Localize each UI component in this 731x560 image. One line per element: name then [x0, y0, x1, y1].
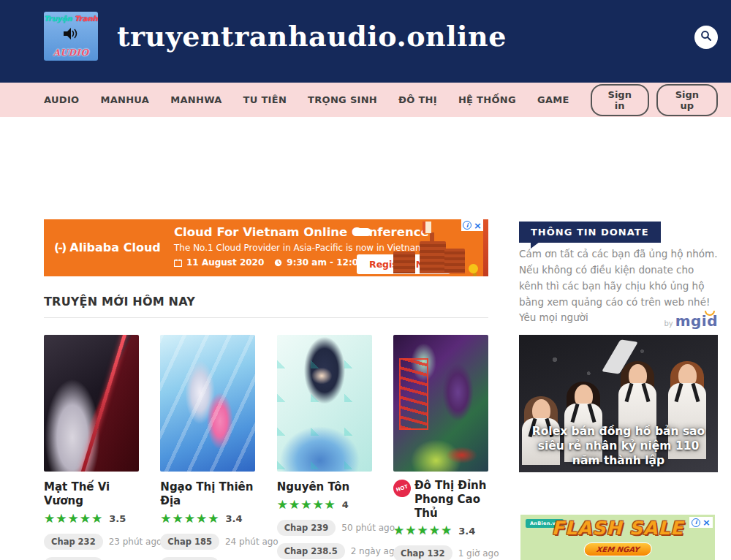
nav-item-he-thong[interactable]: HỆ THỐNG [458, 94, 516, 105]
ad-close-icon[interactable]: × [474, 221, 482, 230]
logo-word-2: Tranh [75, 15, 98, 23]
sponsored-ad-caption: Rolex bán đồng hồ bản sao siêu rẻ nhân k… [519, 424, 718, 468]
ad-subheadline: The No.1 Cloud Provider in Asia-Pacific … [174, 243, 424, 253]
chapter-row: Chap 231 05/08/2020 [44, 557, 139, 560]
star-rating: ☆☆☆☆☆ ★★★★★ 3.4 [393, 523, 488, 538]
building-illustration [393, 251, 415, 273]
mgid-logo: mgid [675, 312, 718, 330]
ad-date: 11 August 2020 [186, 257, 264, 268]
chapter-link[interactable]: Chap 184 [160, 557, 219, 560]
rating-value: 3.5 [109, 513, 126, 524]
comic-card: Mạt Thế Vi Vương ☆☆☆☆☆ ★★★★★ 3.5 Chap 23… [44, 335, 139, 560]
logo-word-1: Truyện [44, 15, 72, 23]
star-rating: ☆☆☆☆☆ ★★★★★ 4 [277, 498, 372, 512]
site-logo[interactable]: Truyện Tranh AUDIO [44, 12, 98, 61]
search-button[interactable] [694, 26, 718, 49]
comic-title[interactable]: Đô Thị Đỉnh Phong Cao Thủ [414, 479, 488, 520]
comic-cover-nguyen-ton[interactable] [277, 335, 372, 472]
comic-title[interactable]: Ngạo Thị Thiên Địa [160, 480, 255, 508]
speaker-icon [64, 28, 78, 42]
flash-sale-title: FLASH SALE [520, 518, 715, 539]
nav-item-trong-sinh[interactable]: TRỌNG SINH [308, 94, 377, 105]
ad-close-icon[interactable]: × [702, 518, 711, 527]
stars-filled: ★★★★★ [160, 512, 227, 525]
alibaba-bracket-mark: (-) [54, 241, 65, 254]
logo-text: Truyện Tranh [44, 15, 97, 23]
comic-card: HOT Đô Thị Đỉnh Phong Cao Thủ ☆☆☆☆☆ ★★★★… [393, 335, 488, 560]
alibaba-cloud-logo: (-)Alibaba Cloud [54, 241, 161, 254]
comic-title[interactable]: Nguyên Tôn [277, 480, 372, 494]
hot-badge: HOT [391, 477, 413, 499]
xem-ngay-button[interactable]: XEM NGAY [583, 542, 653, 556]
comic-cover-mat-the-vi-vuong[interactable] [44, 335, 139, 472]
star-rating: ☆☆☆☆☆ ★★★★★ 3.4 [160, 512, 255, 526]
comic-title-row: HOT Đô Thị Đỉnh Phong Cao Thủ [393, 479, 488, 520]
chapter-time: 2 ngày ago [351, 546, 400, 556]
chapter-row: Chap 132 1 giờ ago [393, 545, 488, 560]
city-illustration [393, 232, 478, 273]
chapter-time: 23 phút ago [109, 537, 162, 547]
chapter-time: 50 phút ago [341, 523, 395, 533]
chapter-time: 24 phút ago [225, 537, 279, 547]
site-title[interactable]: truyentranhaudio.online [117, 20, 507, 53]
nav-item-manhua[interactable]: MANHUA [100, 94, 149, 105]
rating-value: 3.4 [458, 526, 475, 537]
chapter-link[interactable]: Chap 238.5 [277, 543, 345, 559]
chapter-time: 1 giờ ago [458, 548, 499, 559]
ad-headline: Cloud For Vietnam Online Conference [174, 225, 429, 239]
adchoices-controls: i × [461, 219, 483, 231]
calendar-icon [174, 259, 182, 267]
adchoices-info-icon[interactable]: i [463, 221, 471, 230]
comic-card: Nguyên Tôn ☆☆☆☆☆ ★★★★★ 4 Chap 239 50 phú… [277, 335, 372, 560]
building-illustration [444, 249, 465, 273]
nav-item-manhwa[interactable]: MANHWA [170, 94, 221, 105]
sign-up-button[interactable]: Sign up [656, 84, 718, 116]
auth-buttons: Sign in Sign up [591, 84, 718, 116]
star-rating: ☆☆☆☆☆ ★★★★★ 3.5 [44, 512, 139, 526]
chapter-link[interactable]: Chap 132 [393, 545, 452, 560]
adchoices-controls: i × [689, 517, 713, 528]
sign-in-button[interactable]: Sign in [591, 84, 649, 116]
site-header: Truyện Tranh AUDIO truyentranhaudio.onli… [0, 0, 731, 83]
stars-filled: ★★★★★ [44, 512, 110, 525]
alibaba-brand-label: Alibaba Cloud [69, 241, 160, 254]
cathedral-illustration [420, 241, 446, 273]
alibaba-cloud-ad-banner[interactable]: (-)Alibaba Cloud Cloud For Vietnam Onlin… [44, 219, 488, 276]
nav-item-do-thi[interactable]: ĐÔ THỊ [398, 94, 437, 105]
chapter-row: Chap 239 50 phút ago [277, 520, 372, 536]
stars-filled: ★★★★★ [277, 499, 353, 511]
logo-audio-label: AUDIO [53, 48, 89, 58]
mgid-by-label: by [664, 319, 673, 328]
comic-card-list: Mạt Thế Vi Vương ☆☆☆☆☆ ★★★★★ 3.5 Chap 23… [44, 335, 488, 560]
tree-illustration [469, 264, 478, 273]
nav-item-game[interactable]: GAME [537, 94, 569, 105]
nav-item-tu-tien[interactable]: TU TIÊN [243, 94, 287, 105]
stars-filled: ★★★★★ [393, 524, 460, 537]
chapter-link[interactable]: Chap 185 [160, 534, 219, 550]
chapter-link[interactable]: Chap 239 [277, 520, 336, 536]
comic-card: Ngạo Thị Thiên Địa ☆☆☆☆☆ ★★★★★ 3.4 Chap … [160, 335, 255, 560]
adchoices-info-icon[interactable]: i [692, 518, 700, 527]
chapter-link[interactable]: Chap 231 [44, 557, 103, 560]
section-title-new-today: TRUYỆN MỚI HÔM NAY [44, 295, 195, 309]
clock-icon [274, 259, 282, 267]
chapter-link[interactable]: Chap 232 [44, 534, 103, 550]
comic-cover-ngao-thi-thien-dia[interactable] [160, 335, 255, 472]
search-icon [700, 30, 712, 45]
chapter-row: Chap 232 23 phút ago [44, 534, 139, 550]
main-nav: AUDIO MANHUA MANHWA TU TIÊN TRỌNG SINH Đ… [0, 83, 731, 117]
rating-value: 3.4 [226, 513, 243, 524]
nav-item-audio[interactable]: AUDIO [44, 94, 79, 105]
donate-heading-ribbon: THÔNG TIN DONATE [519, 222, 661, 243]
chapter-row: Chap 238.5 2 ngày ago [277, 543, 372, 559]
cloud-illustration [352, 228, 371, 236]
chapter-row: Chap 184 3 ngày ago [160, 557, 255, 560]
section-divider [44, 317, 488, 318]
comic-cover-do-thi-dinh-phong-cao-thu[interactable] [393, 335, 488, 472]
chapter-row: Chap 185 24 phút ago [160, 534, 255, 550]
flash-sale-ad[interactable]: AnBien.vn FLASH SALE XEM NGAY i × [520, 515, 715, 560]
sponsored-photo-ad[interactable]: Rolex bán đồng hồ bản sao siêu rẻ nhân k… [519, 335, 718, 472]
mgid-attribution[interactable]: bymgid [519, 312, 718, 330]
comic-title[interactable]: Mạt Thế Vi Vương [44, 480, 139, 508]
page: Truyện Tranh AUDIO truyentranhaudio.onli… [0, 0, 731, 560]
